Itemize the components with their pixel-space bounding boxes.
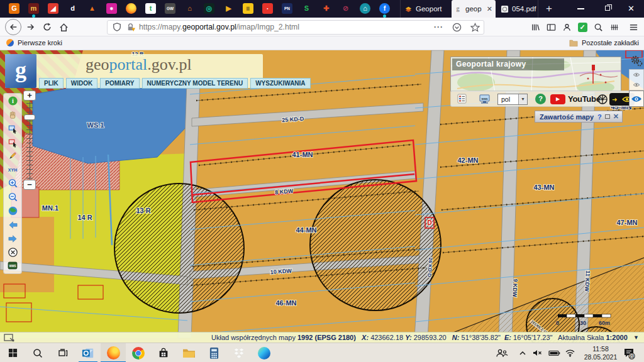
pinned-tab-home-teal[interactable]: ⌂ xyxy=(360,3,370,14)
address-bar[interactable]: https://mapy.geoportal.gov.pl/imap/Imgp_… xyxy=(107,20,484,35)
notification-center-button[interactable]: 21 xyxy=(623,343,635,362)
pinned-tab-firefox[interactable] xyxy=(126,3,136,14)
sidebar-icon[interactable] xyxy=(543,19,559,35)
start-button[interactable] xyxy=(0,343,25,362)
taskbar-chrome[interactable] xyxy=(126,343,151,362)
pocket-icon[interactable] xyxy=(452,23,462,32)
globe-extent-tool[interactable] xyxy=(6,205,19,217)
pinned-tab-no-entry[interactable]: ⊘ xyxy=(340,3,351,14)
wms-layers-tool[interactable]: WMS xyxy=(6,260,19,272)
map-content-panel-header[interactable]: Zawartość mapy ? ✕ xyxy=(535,111,623,123)
pinned-tab-facebook[interactable]: f xyxy=(379,3,390,14)
tray-chevron-icon[interactable] xyxy=(518,343,527,362)
forward-button[interactable] xyxy=(23,19,39,35)
library-icon[interactable] xyxy=(527,19,543,35)
taskbar-calculator[interactable] xyxy=(201,343,226,362)
pinned-tab-house-orange[interactable]: ⌂ xyxy=(184,3,195,14)
taskbar-explorer[interactable] xyxy=(176,343,201,362)
page-actions-icon[interactable]: ··· xyxy=(434,23,443,31)
tray-people-icon[interactable] xyxy=(496,343,508,362)
taskbar-edge[interactable] xyxy=(252,343,277,362)
menu-wyszukiwania[interactable]: WYSZUKIWANIA xyxy=(250,78,310,89)
taskbar-outlook[interactable] xyxy=(75,343,101,362)
search-extension-icon[interactable] xyxy=(590,19,606,35)
tray-volume-muted-icon[interactable] xyxy=(532,343,543,362)
extent-icon[interactable] xyxy=(4,334,15,342)
home-button[interactable] xyxy=(55,19,72,35)
menu-widok[interactable]: WIDOK xyxy=(66,78,97,89)
new-tab-button[interactable]: + xyxy=(542,2,556,16)
zoom-out-button[interactable]: − xyxy=(23,180,36,190)
window-close-button[interactable]: ✕ xyxy=(628,4,635,13)
legend-icon[interactable] xyxy=(457,94,467,104)
menu-numeryczny-model-terenu[interactable]: NUMERYCZNY MODEL TERENU xyxy=(142,78,248,89)
zoom-out-tool[interactable] xyxy=(6,191,19,204)
language-select[interactable]: pol▼ xyxy=(497,94,528,105)
tab-geoportal-inactive[interactable]: Geoport xyxy=(400,0,450,18)
panel-close-button[interactable]: ✕ xyxy=(613,112,619,121)
select-red-tool[interactable] xyxy=(6,136,19,149)
taskbar-store[interactable] xyxy=(151,343,176,362)
zoom-in-button[interactable]: + xyxy=(23,90,36,101)
extension-check-icon[interactable]: ✓ xyxy=(574,19,591,35)
previous-view-tool[interactable] xyxy=(6,219,19,231)
pinned-tab-plus-orange[interactable]: ✚ xyxy=(321,3,331,14)
menu-hamburger-icon[interactable] xyxy=(625,19,641,35)
zoom-in-tool[interactable] xyxy=(6,177,19,190)
tab-pdf[interactable]: 054.pdf xyxy=(498,0,538,18)
pinned-tab-s-green[interactable]: S xyxy=(301,3,312,14)
lock-warning-icon[interactable] xyxy=(126,23,135,32)
taskbar-firefox[interactable] xyxy=(101,343,126,362)
pinned-tab-red-square[interactable]: ▪ xyxy=(262,3,273,14)
tab-geoportal-active[interactable]: g geop ✕ xyxy=(452,0,496,18)
menu-plik[interactable]: PLIK xyxy=(39,78,64,89)
tracking-shield-icon[interactable] xyxy=(113,23,121,31)
draw-pencil-tool[interactable] xyxy=(6,150,19,162)
pinned-tab-gw[interactable]: GW xyxy=(165,3,175,14)
tab-close-icon[interactable]: ✕ xyxy=(487,5,492,13)
select-rectangle-tool[interactable] xyxy=(6,123,19,135)
reload-button[interactable] xyxy=(39,19,55,35)
pinned-tab-g-orange[interactable]: G xyxy=(9,3,19,14)
layers-eye-button[interactable] xyxy=(629,90,644,107)
pinned-tab-play-yellow[interactable]: ▶ xyxy=(223,3,234,14)
taskbar-dropbox[interactable] xyxy=(226,343,252,362)
overview-map[interactable]: Geoportal krajowy xyxy=(450,57,621,92)
pinned-tab-yellow-lines[interactable]: ☰ xyxy=(243,3,253,14)
tray-clock[interactable]: 11:5828.05.2021 xyxy=(582,345,619,361)
wms-screen-icon[interactable]: WMS xyxy=(479,94,491,104)
menu-pomiary[interactable]: POMIARY xyxy=(100,78,139,89)
info-tool[interactable]: i xyxy=(6,95,19,107)
pinned-tab-pn[interactable]: PN xyxy=(282,3,292,14)
youtube-play-icon[interactable]: ▶ xyxy=(550,94,565,104)
gears-icon[interactable] xyxy=(629,54,644,68)
pinned-tab-d-dark[interactable]: d xyxy=(67,3,78,14)
account-icon[interactable] xyxy=(558,19,575,35)
tally-extension-icon[interactable] xyxy=(606,19,623,35)
pinned-tab-magenta[interactable]: ✱ xyxy=(106,3,117,14)
small-eye-icon[interactable] xyxy=(633,72,640,77)
pan-hand-tool[interactable] xyxy=(6,109,19,121)
taskbar-search-button[interactable] xyxy=(25,343,50,362)
window-restore-button[interactable] xyxy=(605,6,610,11)
next-view-tool[interactable] xyxy=(6,232,19,244)
panel-restore-button[interactable] xyxy=(605,114,610,119)
tray-battery-icon[interactable] xyxy=(548,343,560,362)
pinned-tab-orange-roof[interactable]: ▲ xyxy=(87,3,97,14)
back-button[interactable] xyxy=(5,19,21,35)
bookmark-star-icon[interactable] xyxy=(470,23,480,32)
other-bookmarks-button[interactable]: Pozostałe zakładki xyxy=(569,39,639,47)
clear-selection-tool[interactable] xyxy=(6,246,19,258)
geoportal-logo-icon[interactable]: g xyxy=(5,54,36,88)
xyh-coordinates-tool[interactable]: XYH xyxy=(6,163,19,176)
zoom-handle[interactable] xyxy=(24,114,35,120)
window-minimize-button[interactable] xyxy=(577,8,584,9)
tray-wifi-icon[interactable] xyxy=(565,343,575,362)
help-button[interactable]: ? xyxy=(535,94,546,104)
pinned-tab-m-maroon[interactable]: m xyxy=(28,3,39,14)
pinned-tab-dark-ring[interactable]: ◎ xyxy=(204,3,214,14)
youtube-label[interactable]: YouTube xyxy=(568,94,601,105)
bookmark-pierwsze-kroki[interactable]: Pierwsze kroki xyxy=(6,39,62,47)
status-dropdown-icon[interactable]: ▼ xyxy=(633,334,639,341)
panel-help-button[interactable]: ? xyxy=(597,113,602,121)
